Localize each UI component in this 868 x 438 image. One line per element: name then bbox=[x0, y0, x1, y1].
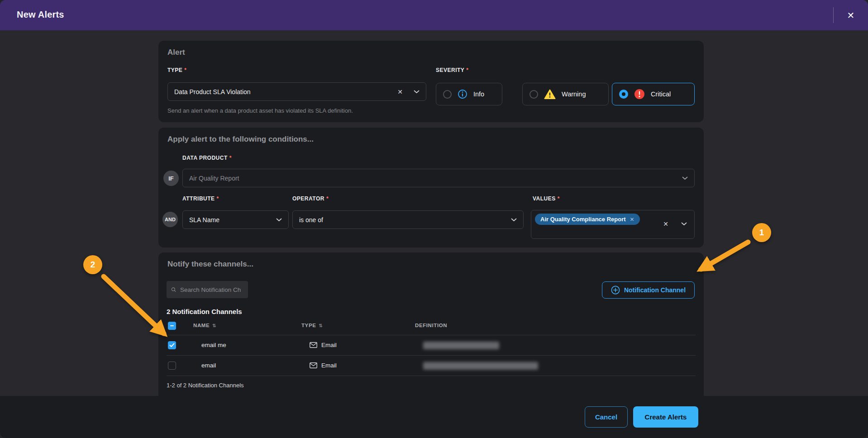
severity-option-label: Warning bbox=[562, 90, 586, 98]
values-multiselect[interactable]: Air Quality Compliance Report ✕ ✕ bbox=[531, 210, 695, 239]
severity-option-label: Critical bbox=[651, 90, 671, 98]
attribute-select[interactable]: SLA Name bbox=[182, 210, 289, 229]
attribute-label: ATTRIBUTE* bbox=[182, 195, 219, 202]
values-label: VALUES* bbox=[533, 195, 560, 202]
severity-option-warning[interactable]: Warning bbox=[522, 83, 609, 105]
column-header-name[interactable]: NAME ⇅ bbox=[193, 323, 216, 328]
alert-type-value: Data Product SLA Violation bbox=[174, 88, 251, 95]
chevron-down-icon[interactable] bbox=[511, 218, 517, 222]
arrow-to-notification-channel-button bbox=[701, 242, 748, 269]
channel-count-text: 2 Notification Channels bbox=[167, 308, 242, 315]
column-header-definition: DEFINITION bbox=[415, 323, 447, 328]
operator-value: is one of bbox=[299, 216, 323, 224]
chip-remove-icon[interactable]: ✕ bbox=[630, 216, 634, 223]
alert-type-select[interactable]: Data Product SLA Violation ✕ bbox=[167, 82, 426, 101]
and-badge: AND bbox=[162, 212, 178, 227]
modal-footer: Cancel Create Alerts bbox=[0, 396, 868, 438]
severity-option-info[interactable]: Info bbox=[436, 83, 502, 105]
clear-type-icon[interactable]: ✕ bbox=[397, 89, 403, 95]
table-bottom-divider bbox=[167, 376, 696, 376]
conditions-panel: Apply alert to the following conditions.… bbox=[158, 128, 704, 248]
alert-heading: Alert bbox=[167, 48, 185, 57]
notify-panel: Notify these channels... Notification Ch… bbox=[158, 252, 704, 396]
annotation-badge-2: 2 bbox=[83, 255, 102, 274]
chevron-down-icon[interactable] bbox=[414, 90, 420, 94]
modal-title: New Alerts bbox=[17, 10, 64, 20]
operator-label: OPERATOR* bbox=[292, 195, 329, 202]
chevron-down-icon[interactable] bbox=[682, 176, 688, 180]
channel-type: Email bbox=[310, 362, 337, 369]
table-row[interactable]: email Email bbox=[167, 355, 696, 376]
redacted-bar bbox=[423, 362, 538, 370]
chevron-down-icon[interactable] bbox=[276, 218, 282, 222]
conditions-heading: Apply alert to the following conditions.… bbox=[167, 135, 314, 144]
required-marker: * bbox=[558, 195, 560, 202]
channel-type: Email bbox=[310, 342, 337, 348]
column-header-type[interactable]: TYPE ⇅ bbox=[301, 323, 323, 328]
table-header-row: NAME ⇅ TYPE ⇅ DEFINITION bbox=[167, 318, 696, 335]
close-icon: ✕ bbox=[847, 10, 855, 21]
type-help-text: Send an alert when a data product asset … bbox=[167, 107, 353, 114]
channel-definition-redacted bbox=[423, 342, 499, 349]
severity-option-label: Info bbox=[473, 90, 484, 98]
sort-icon[interactable]: ⇅ bbox=[212, 323, 216, 328]
pagination-text: 1-2 of 2 Notification Channels bbox=[167, 382, 244, 389]
table-row[interactable]: email me Email bbox=[167, 335, 696, 355]
attribute-value: SLA Name bbox=[189, 216, 219, 224]
close-button[interactable]: ✕ bbox=[842, 7, 859, 24]
info-icon bbox=[458, 89, 467, 99]
severity-label: SEVERITY* bbox=[436, 67, 469, 73]
radio-unselected[interactable] bbox=[529, 90, 538, 99]
row-checkbox-checked[interactable] bbox=[168, 341, 176, 349]
email-icon bbox=[310, 362, 317, 368]
value-chip-label: Air Quality Compliance Report bbox=[540, 216, 626, 223]
create-alerts-button[interactable]: Create Alerts bbox=[633, 406, 698, 428]
required-marker: * bbox=[229, 155, 232, 161]
indeterminate-icon bbox=[170, 324, 174, 328]
alert-panel: Alert TYPE* Data Product SLA Violation ✕… bbox=[158, 41, 704, 122]
redacted-bar bbox=[423, 342, 499, 349]
critical-icon bbox=[634, 89, 645, 100]
radio-selected[interactable] bbox=[619, 90, 628, 99]
radio-unselected[interactable] bbox=[443, 90, 452, 99]
clear-values-icon[interactable]: ✕ bbox=[663, 221, 668, 227]
search-input[interactable] bbox=[180, 286, 243, 293]
modal-header: New Alerts ✕ bbox=[0, 0, 868, 30]
if-badge: IF bbox=[163, 171, 179, 186]
notify-heading: Notify these channels... bbox=[167, 260, 253, 269]
operator-select[interactable]: is one of bbox=[292, 210, 524, 229]
value-chip[interactable]: Air Quality Compliance Report ✕ bbox=[535, 214, 640, 225]
required-marker: * bbox=[466, 67, 468, 73]
type-label: TYPE* bbox=[167, 67, 187, 73]
sort-icon[interactable]: ⇅ bbox=[319, 323, 323, 328]
required-marker: * bbox=[326, 195, 329, 202]
row-checkbox-unchecked[interactable] bbox=[168, 362, 176, 370]
add-notification-channel-label: Notification Channel bbox=[624, 286, 686, 294]
channel-name: email bbox=[201, 362, 216, 369]
email-icon bbox=[310, 342, 317, 348]
channel-definition-redacted bbox=[423, 362, 538, 370]
checkmark-icon bbox=[169, 343, 175, 348]
new-alerts-modal: New Alerts ✕ Alert TYPE* Data Product SL… bbox=[0, 0, 868, 438]
notification-search[interactable] bbox=[167, 281, 248, 298]
cancel-button[interactable]: Cancel bbox=[585, 406, 628, 428]
annotation-badge-1: 1 bbox=[752, 223, 771, 242]
data-product-select[interactable] bbox=[182, 169, 695, 187]
data-product-input[interactable] bbox=[189, 169, 688, 187]
severity-option-critical[interactable]: Critical bbox=[612, 83, 695, 105]
select-all-checkbox[interactable] bbox=[168, 322, 176, 330]
arrow-to-row-checkbox bbox=[104, 276, 164, 333]
header-divider bbox=[833, 7, 834, 23]
required-marker: * bbox=[184, 67, 186, 73]
data-product-label: DATA PRODUCT* bbox=[182, 155, 232, 161]
channel-name: email me bbox=[201, 342, 226, 348]
add-notification-channel-button[interactable]: Notification Channel bbox=[602, 281, 695, 299]
plus-circle-icon bbox=[611, 286, 620, 295]
chevron-down-icon[interactable] bbox=[681, 222, 687, 226]
search-icon bbox=[171, 286, 176, 293]
required-marker: * bbox=[217, 195, 219, 202]
warning-icon bbox=[544, 89, 556, 100]
